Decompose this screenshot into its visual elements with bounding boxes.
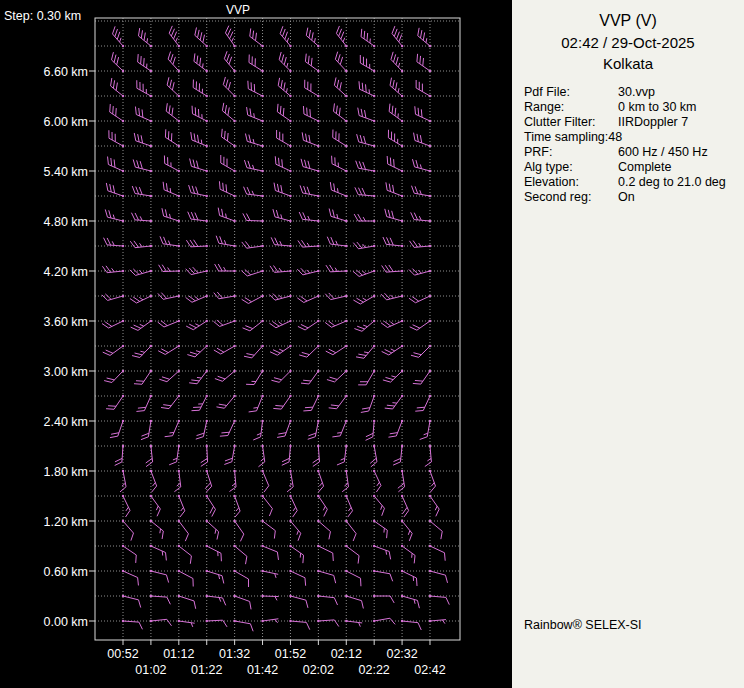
wind-barb bbox=[222, 103, 235, 122]
wind-barb bbox=[110, 104, 124, 122]
svg-text:02:42: 02:42 bbox=[414, 663, 445, 677]
svg-text:2.40 km: 2.40 km bbox=[44, 415, 88, 429]
wind-barb bbox=[289, 520, 300, 541]
wind-barb bbox=[201, 445, 208, 467]
wind-barb bbox=[373, 545, 391, 560]
wind-barb bbox=[206, 570, 224, 584]
wind-barb bbox=[250, 28, 264, 47]
wind-barb bbox=[273, 209, 292, 222]
wind-barb bbox=[354, 320, 375, 331]
wind-barb bbox=[215, 370, 236, 381]
wind-barb bbox=[215, 264, 236, 272]
wind-barb bbox=[366, 420, 376, 441]
svg-text:02:22: 02:22 bbox=[359, 663, 390, 677]
wind-barb bbox=[418, 28, 431, 47]
parameter-value: 30.vvp bbox=[618, 85, 655, 100]
wind-barb bbox=[388, 420, 403, 437]
svg-text:1.80 km: 1.80 km bbox=[44, 465, 88, 479]
wind-barb bbox=[342, 470, 348, 492]
wind-barb bbox=[383, 237, 403, 247]
svg-text:01:22: 01:22 bbox=[191, 663, 222, 677]
wind-barb bbox=[122, 620, 143, 630]
wind-barb bbox=[178, 620, 195, 627]
wind-barb bbox=[373, 595, 394, 603]
wind-barb bbox=[130, 241, 152, 248]
wind-barb bbox=[110, 420, 124, 438]
wind-barb bbox=[244, 160, 263, 172]
wind-barb bbox=[337, 445, 348, 465]
wind-barb bbox=[317, 570, 336, 583]
wind-barb bbox=[269, 294, 291, 301]
wind-barb bbox=[233, 595, 251, 610]
wind-barb bbox=[303, 395, 319, 411]
site-name: Kolkata bbox=[518, 55, 738, 72]
wind-barb bbox=[191, 132, 208, 147]
wind-barb bbox=[150, 520, 164, 539]
wind-barb bbox=[249, 395, 264, 412]
wind-barb bbox=[305, 54, 319, 73]
wind-barb bbox=[409, 269, 431, 276]
wind-barb bbox=[193, 80, 208, 98]
svg-text:0.60 km: 0.60 km bbox=[44, 565, 88, 579]
parameter-row: Alg type:Complete bbox=[524, 160, 738, 175]
wind-barb bbox=[357, 134, 376, 147]
wind-barb bbox=[165, 129, 180, 147]
svg-text:0.00 km: 0.00 km bbox=[44, 615, 88, 629]
parameter-row: Elevation:0.2 deg to 21.0 deg bbox=[524, 175, 738, 190]
svg-text:3.60 km: 3.60 km bbox=[44, 315, 88, 329]
wind-barb bbox=[373, 520, 387, 538]
wind-barb bbox=[261, 545, 278, 560]
wind-barb bbox=[130, 269, 152, 276]
wind-barb bbox=[273, 395, 291, 409]
wind-barb bbox=[330, 182, 347, 197]
wind-barb bbox=[280, 26, 291, 47]
parameter-row: Second reg:On bbox=[524, 190, 738, 205]
wind-barb bbox=[382, 265, 404, 272]
wind-barb bbox=[233, 520, 243, 542]
wind-barb bbox=[298, 240, 320, 247]
vvp-product-window: Step: 0.30 km VVP 00:5201:0201:1201:2201… bbox=[0, 0, 744, 688]
wind-barb bbox=[224, 445, 235, 465]
wind-barb bbox=[278, 78, 291, 97]
wind-barb bbox=[289, 570, 305, 586]
wind-barb bbox=[122, 570, 139, 586]
wind-barb bbox=[206, 545, 222, 561]
wind-barb bbox=[186, 267, 208, 274]
parameter-value: IIRDoppler 7 bbox=[618, 115, 688, 130]
wind-barb bbox=[302, 132, 319, 147]
wind-barb bbox=[150, 619, 172, 625]
wind-barb bbox=[329, 395, 348, 409]
wind-barb bbox=[165, 420, 180, 437]
wind-barb bbox=[415, 106, 431, 122]
wind-barb bbox=[373, 495, 384, 516]
wind-barb bbox=[190, 159, 208, 173]
parameter-label: Second reg: bbox=[524, 190, 618, 205]
wind-barb bbox=[289, 545, 303, 563]
wind-barb bbox=[122, 545, 136, 563]
parameter-label: Range: bbox=[524, 100, 618, 115]
wind-barb bbox=[102, 266, 124, 273]
wind-barb bbox=[301, 370, 320, 384]
wind-barb bbox=[242, 241, 264, 248]
svg-text:01:02: 01:02 bbox=[135, 663, 166, 677]
wind-barb bbox=[216, 236, 236, 247]
wind-barb bbox=[361, 395, 376, 413]
wind-barb bbox=[161, 395, 180, 409]
wind-barb bbox=[162, 208, 180, 222]
svg-text:01:42: 01:42 bbox=[247, 663, 278, 677]
wind-barb bbox=[106, 183, 124, 197]
wind-barb bbox=[224, 51, 235, 72]
wind-barb bbox=[413, 370, 431, 384]
wind-barb bbox=[136, 395, 152, 412]
wind-barb bbox=[167, 77, 180, 97]
wind-barb bbox=[354, 214, 375, 222]
wind-barb bbox=[159, 370, 180, 382]
wind-barb bbox=[334, 77, 347, 97]
wind-barb bbox=[401, 620, 421, 630]
wind-barb bbox=[277, 420, 292, 438]
wind-barb bbox=[412, 186, 432, 197]
wind-barbs bbox=[102, 26, 449, 632]
wind-barb bbox=[164, 155, 180, 172]
wind-barb bbox=[130, 295, 152, 303]
parameter-label: Clutter Filter: bbox=[524, 115, 618, 130]
